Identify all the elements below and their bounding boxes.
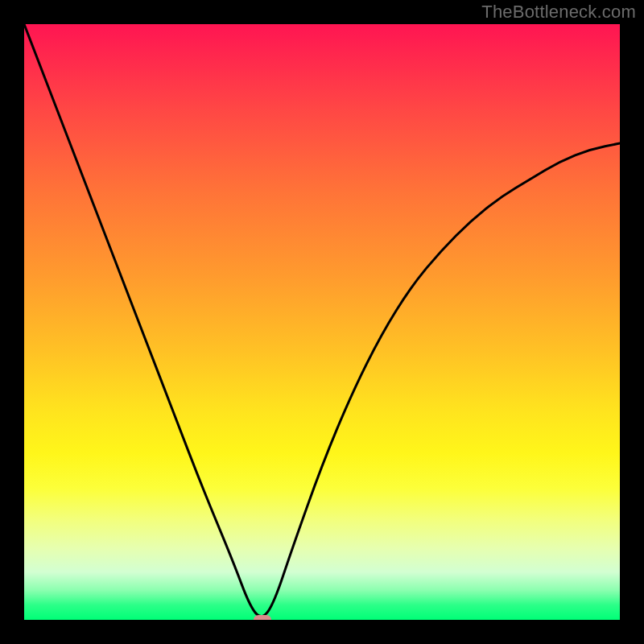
watermark-text: TheBottleneck.com [481,2,636,23]
curve-path [24,24,620,617]
chart-frame: TheBottleneck.com [0,0,644,644]
optimal-marker [254,615,271,620]
plot-area [24,24,620,620]
bottleneck-curve [24,24,620,620]
